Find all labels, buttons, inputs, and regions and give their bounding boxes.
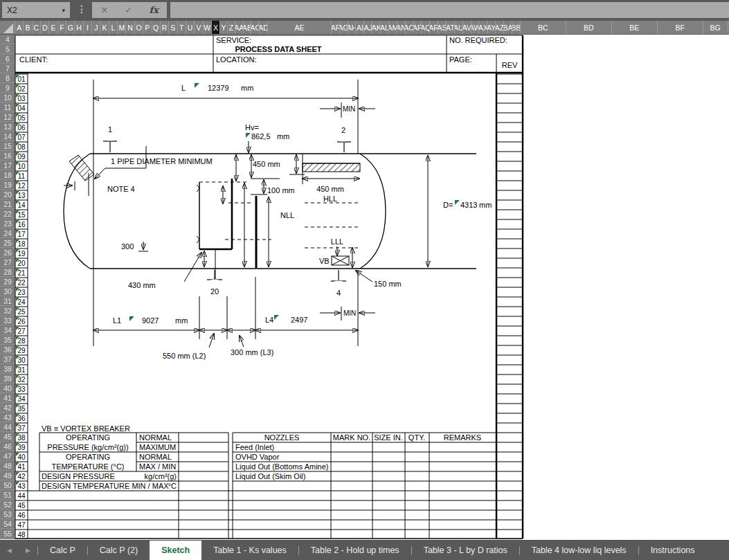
form-row-number[interactable]: 27 [17,327,26,335]
column-header-AU[interactable]: AU [455,21,463,34]
column-header-BE[interactable]: BE [612,21,658,34]
form-row-number[interactable]: 44 [17,492,26,500]
column-header-AV[interactable]: AV [463,21,471,34]
form-row-number[interactable]: 19 [17,250,26,258]
column-header-Y[interactable]: Y [220,21,228,34]
column-header-U[interactable]: U [186,21,195,34]
form-row-number[interactable]: 14 [17,201,26,209]
form-row-number[interactable]: 30 [17,356,26,364]
form-row-number[interactable]: 05 [17,114,26,122]
column-header-AI[interactable]: AI [356,21,364,34]
column-header-AN[interactable]: AN [397,21,406,34]
column-header-AE[interactable]: AE [268,21,332,34]
form-row-number[interactable]: 40 [17,453,26,461]
column-header-N[interactable]: N [126,21,134,34]
column-header-I[interactable]: I [84,21,92,34]
form-row-number[interactable]: 41 [17,463,26,471]
form-row-number[interactable]: 12 [17,182,26,190]
column-header-D[interactable]: D [41,21,49,34]
column-header-AZ[interactable]: AZ [496,21,504,34]
namebox-dropdown-icon[interactable]: ▾ [62,7,65,14]
column-header-AL[interactable]: AL [381,21,389,34]
column-header-AD[interactable]: AD [260,21,268,34]
column-header-BB[interactable]: BB [512,21,521,34]
column-header-T[interactable]: T [178,21,186,34]
column-header-M[interactable]: M [118,21,126,34]
insert-function-icon[interactable]: fx [150,5,159,15]
column-header-AR[interactable]: AR [430,21,438,34]
form-row-number[interactable]: 43 [17,482,26,490]
column-header-P[interactable]: P [143,21,152,34]
column-header-K[interactable]: K [100,21,109,34]
form-row-number[interactable]: 45 [17,502,26,509]
column-header-AH[interactable]: AH [348,21,357,34]
form-row-number[interactable]: 26 [17,318,26,325]
column-header-A[interactable]: A [15,21,24,34]
column-header-BF[interactable]: BF [658,21,703,34]
sheet-tab-calc-p[interactable]: Calc P [38,541,87,560]
form-row-number[interactable]: 46 [17,512,26,519]
form-row-number[interactable]: 36 [17,415,26,422]
column-header-B[interactable]: B [24,21,32,34]
column-header-H[interactable]: H [75,21,83,34]
column-header-AJ[interactable]: AJ [364,21,372,34]
column-header-AQ[interactable]: AQ [422,21,430,34]
column-header-AK[interactable]: AK [372,21,381,34]
form-row-number[interactable]: 22 [17,279,26,287]
form-row-number[interactable]: 16 [17,221,26,228]
column-header-BG[interactable]: BG [703,21,728,34]
form-row-number[interactable]: 35 [17,405,26,413]
column-header-AX[interactable]: AX [479,21,487,34]
column-header-L[interactable]: L [109,21,118,34]
form-row-number[interactable]: 24 [17,298,26,306]
tab-nav-left-icon[interactable]: ◀ [0,541,19,560]
form-row-number[interactable]: 29 [17,347,26,354]
column-header-AP[interactable]: AP [414,21,422,34]
column-header-AT[interactable]: AT [447,21,455,34]
column-header-AS[interactable]: AS [438,21,447,34]
form-row-number[interactable]: 13 [17,192,26,199]
form-row-number[interactable]: 18 [17,240,26,248]
form-row-number[interactable]: 07 [17,134,26,141]
column-header-AG[interactable]: AG [340,21,348,34]
column-header-AF[interactable]: AF [332,21,340,34]
formula-bar[interactable] [170,2,729,18]
column-header-F[interactable]: F [58,21,66,34]
tab-nav-right-icon[interactable]: ▶ [19,541,37,560]
form-row-number[interactable]: 23 [17,289,26,296]
column-header-W[interactable]: W [204,21,212,34]
form-row-number[interactable]: 02 [17,85,26,93]
form-row-number[interactable]: 17 [17,231,26,238]
column-header-AY[interactable]: AY [487,21,496,34]
column-header-AM[interactable]: AM [389,21,397,34]
column-header-R[interactable]: R [161,21,169,34]
form-row-number[interactable]: 47 [17,521,26,529]
sheet-tab-table-2-hold-up-times[interactable]: Table 2 - Hold up times [299,541,411,560]
column-header-J[interactable]: J [92,21,100,34]
form-row-number[interactable]: 06 [17,124,26,132]
column-header-S[interactable]: S [169,21,177,34]
name-box[interactable]: X2 ▾ [2,2,70,18]
form-row-number[interactable]: 48 [17,531,26,539]
form-row-number[interactable]: 32 [17,376,26,383]
column-header-BD[interactable]: BD [566,21,612,34]
enter-icon[interactable]: ✓ [125,5,132,15]
column-header-E[interactable]: E [49,21,57,34]
column-header-AW[interactable]: AW [471,21,480,34]
sheet-tab-table-3-l-by-d-ratios[interactable]: Table 3 - L by D ratios [412,541,519,560]
column-header-C[interactable]: C [33,21,41,34]
form-row-number[interactable]: 38 [17,434,26,442]
column-header-BC[interactable]: BC [521,21,566,34]
column-header-AC[interactable]: AC [251,21,260,34]
form-row-number[interactable]: 04 [17,105,26,112]
sheet-tab-instructions[interactable]: Instructions [639,541,707,560]
form-row-number[interactable]: 39 [17,444,26,451]
form-row-number[interactable]: 33 [17,386,26,393]
column-header-AO[interactable]: AO [406,21,414,34]
sheet-tab-table-1-ks-values[interactable]: Table 1 - Ks values [201,541,298,560]
column-header-AA[interactable]: AA [235,21,244,34]
sheet-tab-calc-p-2-[interactable]: Calc P (2) [88,541,150,560]
column-header-G[interactable]: G [66,21,75,34]
column-header-O[interactable]: O [135,21,143,34]
sheet-tab-sketch[interactable]: Sketch [150,541,201,560]
